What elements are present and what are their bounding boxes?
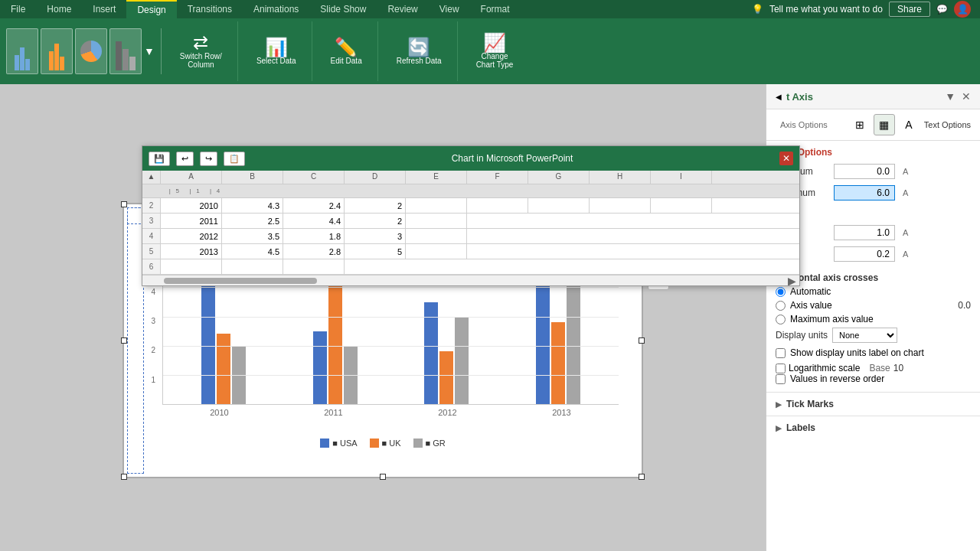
tab-slideshow[interactable]: Slide Show <box>309 0 377 18</box>
logarithmic-scale-checkbox[interactable] <box>776 364 786 373</box>
tick-marks-arrow: ▶ <box>776 400 782 409</box>
cell-2c[interactable]: 2.4 <box>283 198 345 213</box>
ribbon-group-edit: ✏️ Edit Data <box>315 21 378 81</box>
labels-section: ▶ Labels <box>766 416 980 439</box>
major-auto-link[interactable]: A <box>903 228 908 237</box>
popup-close-btn[interactable]: ✕ <box>779 152 793 165</box>
x-label-2011: 2011 <box>276 408 390 417</box>
cell-2b[interactable]: 4.3 <box>222 198 283 213</box>
user-icon: 👤 <box>954 1 971 18</box>
cell-4d[interactable]: 3 <box>345 229 406 243</box>
tab-format[interactable]: Format <box>470 0 521 18</box>
base-value: 10 <box>893 363 903 373</box>
tab-review[interactable]: Review <box>377 0 428 18</box>
popup-table-btn[interactable]: 📋 <box>224 152 245 166</box>
cell-3c[interactable]: 4.4 <box>283 214 345 228</box>
cell-6b[interactable] <box>222 259 283 274</box>
cell-5c[interactable]: 2.8 <box>283 244 345 259</box>
cell-3a[interactable]: 2011 <box>161 214 222 228</box>
cell-2d[interactable]: 2 <box>345 198 406 213</box>
change-chart-type-button[interactable]: 📈 ChangeChart Type <box>470 31 520 72</box>
chart-thumb-3[interactable] <box>75 28 107 74</box>
cell-2i[interactable] <box>651 198 712 213</box>
switch-row-col-button[interactable]: ⇄ Switch Row/Column <box>174 31 228 72</box>
major-input[interactable] <box>834 225 895 240</box>
cell-3d[interactable]: 2 <box>345 214 406 228</box>
chart-scroll-down[interactable]: ▼ <box>144 45 155 57</box>
radio-axis-value-input[interactable] <box>776 301 786 311</box>
panel-tab-funnel[interactable]: ⊞ <box>849 114 871 135</box>
cell-3e[interactable] <box>406 214 467 228</box>
cell-5d[interactable]: 5 <box>345 244 406 259</box>
cell-6c[interactable] <box>283 259 345 274</box>
popup-undo-btn[interactable]: ↩ <box>176 152 194 166</box>
cell-5e[interactable] <box>406 244 467 259</box>
legend-usa: ■ USA <box>320 439 357 448</box>
ribbon-group-switch: ⇄ Switch Row/Column <box>165 21 238 81</box>
cell-4c[interactable]: 1.8 <box>283 229 345 243</box>
panel-tab-bar-icon[interactable]: ▦ <box>874 114 895 135</box>
major-field-row: Major A <box>776 225 971 240</box>
handle-tl[interactable] <box>121 201 127 207</box>
tab-view[interactable]: View <box>429 0 470 18</box>
cell-2f[interactable] <box>467 198 528 213</box>
panel-expand-icon[interactable]: ◀ <box>776 93 782 101</box>
select-data-button[interactable]: 📊 Select Data <box>250 35 302 68</box>
popup-redo-btn[interactable]: ↪ <box>200 152 217 166</box>
cell-6a[interactable] <box>161 259 222 274</box>
labels-header[interactable]: ▶ Labels <box>766 416 980 439</box>
ribbon-group-change-type: 📈 ChangeChart Type <box>461 21 529 81</box>
tab-file[interactable]: File <box>0 0 36 18</box>
tick-marks-header[interactable]: ▶ Tick Marks <box>766 393 980 416</box>
panel-tab-text-icon[interactable]: A <box>898 114 920 135</box>
chart-thumb-2[interactable] <box>41 28 73 74</box>
edit-data-button[interactable]: ✏️ Edit Data <box>325 35 368 68</box>
cell-2e[interactable] <box>406 198 467 213</box>
cell-2a[interactable]: 2010 <box>161 198 222 213</box>
comments-icon[interactable]: 💬 <box>936 4 948 15</box>
tab-transitions[interactable]: Transitions <box>177 0 243 18</box>
radio-axis-value: Axis value 0.0 <box>776 300 971 311</box>
cell-2h[interactable] <box>590 198 651 213</box>
panel-axis-options-tab[interactable]: Axis Options <box>776 117 832 132</box>
minor-input[interactable] <box>834 246 895 262</box>
popup-save-btn[interactable]: 💾 <box>149 152 170 166</box>
tab-animations[interactable]: Animations <box>243 0 309 18</box>
display-units-label: Display units <box>776 330 828 341</box>
cell-2g[interactable] <box>528 198 590 213</box>
radio-automatic-input[interactable] <box>776 287 786 297</box>
tab-home[interactable]: Home <box>36 0 82 18</box>
minimum-input[interactable] <box>834 164 895 179</box>
minimum-field-row: Minimum A <box>776 164 971 179</box>
minimum-auto-link[interactable]: A <box>903 167 908 176</box>
cell-4e[interactable] <box>406 229 467 243</box>
maximum-input[interactable] <box>834 185 895 201</box>
popup-toolbar: 💾 ↩ ↪ 📋 Chart in Microsoft PowerPoint ✕ <box>142 146 799 171</box>
maximum-auto-link[interactable]: A <box>903 188 908 197</box>
cell-4b[interactable]: 3.5 <box>222 229 283 243</box>
handle-bl[interactable] <box>121 474 127 480</box>
cell-3b[interactable]: 2.5 <box>222 214 283 228</box>
radio-max-axis: Maximum axis value <box>776 314 971 324</box>
cell-5a[interactable]: 2013 <box>161 244 222 259</box>
handle-bc[interactable] <box>380 474 386 480</box>
handle-br[interactable] <box>639 474 645 480</box>
radio-max-axis-input[interactable] <box>776 315 786 324</box>
minor-auto-link[interactable]: A <box>903 249 908 259</box>
chart-thumb-1[interactable] <box>6 28 38 74</box>
tab-design[interactable]: Design <box>126 0 176 18</box>
share-button[interactable]: Share <box>889 2 930 17</box>
refresh-data-button[interactable]: 🔄 Refresh Data <box>390 35 448 68</box>
panel-close-btn[interactable]: ✕ <box>962 90 971 103</box>
cell-4a[interactable]: 2012 <box>161 229 222 243</box>
values-reverse-checkbox[interactable] <box>776 374 786 384</box>
logarithmic-scale-row: Logarithmic scale Base 10 <box>776 363 971 373</box>
tab-insert[interactable]: Insert <box>82 0 126 18</box>
chart-thumb-4[interactable] <box>109 28 142 74</box>
cell-5b[interactable]: 4.5 <box>222 244 283 259</box>
show-display-units-checkbox[interactable] <box>776 348 786 358</box>
spreadsheet-row-6: 6 <box>142 259 799 275</box>
display-units-select[interactable]: None Hundreds Thousands Millions <box>832 328 897 343</box>
tell-me-text[interactable]: Tell me what you want to do <box>769 4 883 15</box>
panel-dropdown-icon[interactable]: ▼ <box>945 90 956 103</box>
